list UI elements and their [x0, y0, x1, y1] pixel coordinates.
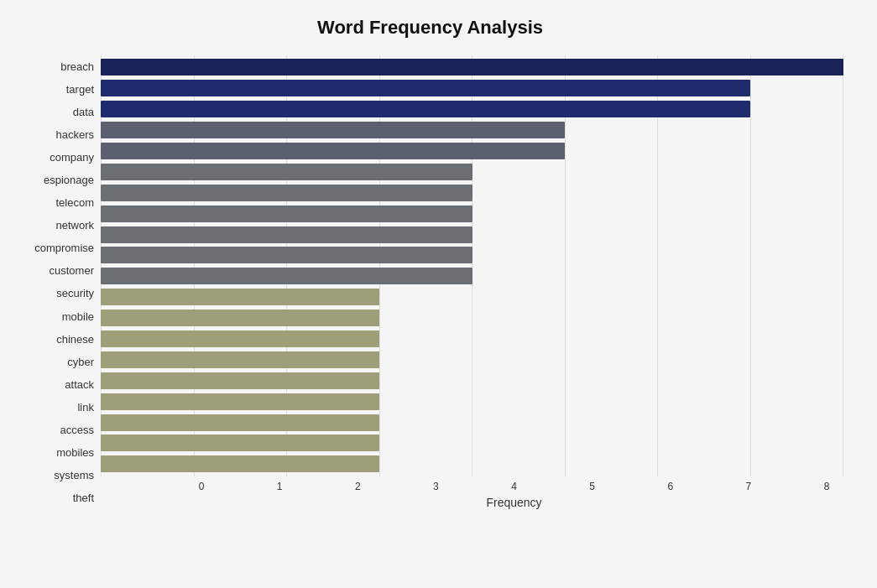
chart-area: breachtargetdatahackerscompanyespionaget… [17, 55, 843, 509]
y-label: mobile [62, 305, 94, 327]
y-label: cyber [67, 351, 94, 372]
bar-row [101, 287, 843, 307]
y-label: access [60, 419, 94, 440]
x-tick-label: 6 [654, 481, 687, 492]
bar [101, 310, 379, 326]
y-label: compromise [34, 237, 94, 259]
bar-row [101, 183, 843, 203]
bar-row [101, 57, 843, 77]
bar-row [101, 78, 843, 98]
x-tick-label: 1 [263, 481, 296, 492]
bar [101, 247, 472, 263]
bar-row [101, 454, 843, 474]
x-axis-title: Frequency [185, 496, 843, 509]
bar-row [101, 433, 843, 453]
bar [101, 101, 750, 117]
y-label: espionage [44, 169, 94, 191]
bar-row [101, 162, 843, 182]
bar-row [101, 99, 843, 119]
bar [101, 80, 750, 96]
bar-row [101, 413, 843, 433]
bar-row [101, 204, 843, 224]
x-tick-label: 2 [341, 481, 374, 492]
x-tick-label: 5 [576, 481, 609, 492]
bar [101, 122, 565, 138]
bar [101, 185, 472, 201]
bar [101, 330, 379, 347]
bar-row [101, 350, 843, 370]
y-label: systems [54, 464, 94, 486]
bar-row [101, 329, 843, 349]
y-label: chinese [56, 328, 94, 350]
bar [101, 206, 472, 222]
y-label: hackers [55, 124, 94, 146]
bar-row [101, 120, 843, 140]
y-labels: breachtargetdatahackerscompanyespionaget… [17, 55, 101, 509]
bar-row [101, 392, 843, 412]
bar [101, 455, 379, 472]
y-label: target [66, 79, 94, 101]
y-label: company [50, 147, 94, 169]
bar [101, 372, 379, 389]
y-label: breach [60, 56, 94, 78]
y-label: attack [65, 373, 94, 395]
bar [101, 268, 472, 284]
bar [101, 414, 379, 431]
bar [101, 393, 379, 410]
bar [101, 164, 472, 180]
y-label: security [56, 283, 94, 304]
bar [101, 143, 565, 159]
y-label: mobiles [56, 441, 94, 463]
y-label: data [73, 101, 94, 123]
bars-column [101, 55, 843, 476]
bar [101, 289, 379, 305]
bar-row [101, 308, 843, 328]
y-label: network [55, 215, 94, 237]
y-label: theft [73, 487, 94, 508]
chart-container: Word Frequency Analysis breachtargetdata… [0, 0, 877, 588]
bar-row [101, 141, 843, 161]
chart-title: Word Frequency Analysis [17, 17, 843, 39]
y-label: telecom [55, 192, 94, 214]
x-tick-label: 7 [732, 481, 765, 492]
x-tick-label: 0 [185, 481, 218, 492]
grid-and-bars [101, 55, 843, 476]
bar-row [101, 266, 843, 286]
x-tick-label: 3 [419, 481, 452, 492]
bar-row [101, 225, 843, 245]
bar-row [101, 245, 843, 265]
x-tick-label: 8 [810, 481, 843, 492]
bar [101, 351, 379, 368]
bars-and-grid: 012345678 Frequency [101, 55, 843, 509]
bar-row [101, 371, 843, 391]
y-label: link [77, 396, 94, 418]
bar [101, 434, 379, 451]
bar [101, 226, 472, 243]
y-label: customer [50, 260, 94, 282]
bottom-section: 012345678 Frequency [185, 476, 843, 509]
bar [101, 59, 843, 75]
x-tick-label: 4 [498, 481, 531, 492]
x-axis: 012345678 [185, 476, 843, 492]
